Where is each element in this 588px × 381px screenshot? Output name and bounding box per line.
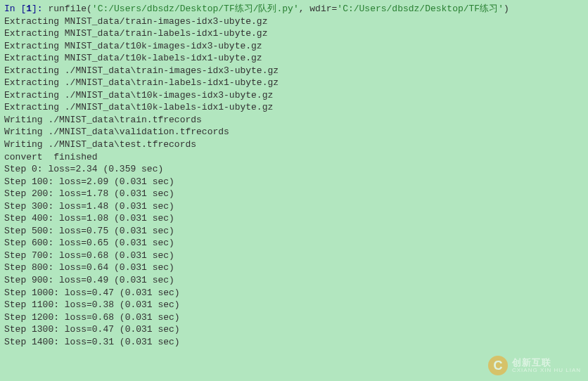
watermark-text: 创新互联 CXIANG XIN HU LIAN bbox=[512, 358, 581, 373]
prompt-in: In [ bbox=[4, 4, 26, 14]
kwarg-wdir: wdir= bbox=[309, 4, 337, 14]
func-call: runfile bbox=[48, 4, 87, 14]
output-line: Step 500: loss=0.75 (0.031 sec) bbox=[4, 225, 584, 238]
watermark-py: CXIANG XIN HU LIAN bbox=[512, 368, 581, 373]
output-line: Extracting ./MNIST_data\train-labels-idx… bbox=[4, 77, 584, 89]
output-line: Step 0: loss=2.34 (0.359 sec) bbox=[4, 163, 584, 176]
output-line: Step 100: loss=2.09 (0.031 sec) bbox=[4, 176, 584, 188]
output-line: Step 200: loss=1.78 (0.031 sec) bbox=[4, 188, 584, 200]
input-prompt-line: In [1]: runfile('C:/Users/dbsdz/Desktop/… bbox=[4, 3, 584, 15]
arg-path-2: 'C:/Users/dbsdz/Desktop/TF练习' bbox=[337, 4, 504, 14]
output-line: Extracting ./MNIST_data\t10k-labels-idx1… bbox=[4, 101, 584, 114]
output-line: Extracting MNIST_data/train-labels-idx1-… bbox=[4, 27, 584, 40]
output-line: Writing ./MNIST_data\test.tfrecords bbox=[4, 138, 584, 151]
paren-open: ( bbox=[87, 4, 92, 14]
output-line: Step 400: loss=1.08 (0.031 sec) bbox=[4, 212, 584, 225]
output-line: Step 1000: loss=0.47 (0.031 sec) bbox=[4, 287, 584, 299]
output-line: Extracting MNIST_data/t10k-labels-idx1-u… bbox=[4, 52, 584, 65]
output-line: Extracting MNIST_data/train-images-idx3-… bbox=[4, 15, 584, 28]
output-line: Step 800: loss=0.64 (0.031 sec) bbox=[4, 261, 584, 274]
output-line: Step 1200: loss=0.68 (0.031 sec) bbox=[4, 311, 584, 324]
output-line: Step 900: loss=0.49 (0.031 sec) bbox=[4, 274, 584, 287]
output-line: Step 300: loss=1.48 (0.031 sec) bbox=[4, 200, 584, 213]
watermark: C 创新互联 CXIANG XIN HU LIAN bbox=[488, 356, 581, 375]
arg-path-1: 'C:/Users/dbsdz/Desktop/TF练习/队列.py' bbox=[92, 4, 299, 14]
output-line: Writing ./MNIST_data\train.tfrecords bbox=[4, 114, 584, 127]
output-line: Step 600: loss=0.65 (0.031 sec) bbox=[4, 237, 584, 250]
output-line: convert finished bbox=[4, 151, 584, 164]
output-line: Step 700: loss=0.68 (0.031 sec) bbox=[4, 250, 584, 262]
output-line: Step 1100: loss=0.38 (0.031 sec) bbox=[4, 299, 584, 311]
paren-close: ) bbox=[504, 4, 509, 14]
comma: , bbox=[299, 4, 310, 14]
output-line: Writing ./MNIST_data\validation.tfrecord… bbox=[4, 126, 584, 138]
output-line: Extracting MNIST_data/t10k-images-idx3-u… bbox=[4, 40, 584, 53]
prompt-number: 1 bbox=[26, 4, 32, 14]
prompt-suffix: ]: bbox=[32, 4, 48, 14]
watermark-cn: 创新互联 bbox=[512, 358, 581, 368]
output-line: Extracting ./MNIST_data\train-images-idx… bbox=[4, 65, 584, 77]
watermark-logo-icon: C bbox=[488, 356, 508, 375]
output-line: Step 1300: loss=0.47 (0.031 sec) bbox=[4, 323, 584, 336]
output-line: Step 1400: loss=0.31 (0.031 sec) bbox=[4, 336, 584, 349]
output-line: Extracting ./MNIST_data\t10k-images-idx3… bbox=[4, 89, 584, 102]
